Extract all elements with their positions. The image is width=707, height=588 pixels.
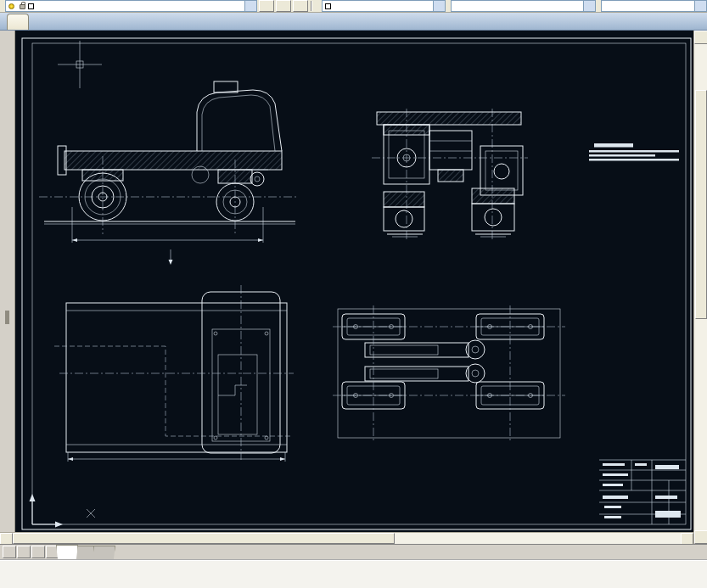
view-side-elevation bbox=[39, 81, 297, 265]
title-block bbox=[599, 460, 686, 524]
color-swatch bbox=[325, 3, 331, 9]
layer-previous-button[interactable] bbox=[293, 0, 308, 12]
first-tab-button[interactable] bbox=[3, 546, 16, 558]
vertical-scroll-thumb[interactable] bbox=[695, 90, 707, 319]
crosshair-cursor bbox=[58, 41, 102, 88]
document-tab[interactable] bbox=[7, 14, 29, 30]
vertical-scrollbar[interactable] bbox=[693, 31, 707, 544]
view-plan-drive bbox=[333, 305, 565, 441]
layer-lock-icon bbox=[20, 4, 25, 9]
left-dock-strip bbox=[0, 31, 15, 532]
notes-block bbox=[589, 143, 679, 161]
next-tab-button[interactable] bbox=[31, 546, 45, 558]
command-window bbox=[0, 559, 707, 588]
drawing-frame bbox=[22, 38, 691, 529]
dock-grip[interactable] bbox=[5, 311, 9, 324]
point-marker bbox=[87, 509, 95, 518]
scroll-right-button[interactable] bbox=[681, 533, 693, 545]
view-plan bbox=[54, 285, 294, 462]
layout-tab-bar bbox=[0, 544, 707, 559]
model-space-canvas[interactable] bbox=[0, 31, 693, 532]
horizontal-scroll-thumb[interactable] bbox=[13, 533, 395, 544]
command-input-spacer bbox=[3, 574, 15, 586]
chevron-down-icon[interactable] bbox=[433, 1, 445, 11]
linetype-dropdown[interactable] bbox=[451, 0, 597, 12]
properties-toolbar bbox=[0, 0, 707, 13]
chevron-down-icon[interactable] bbox=[244, 1, 256, 11]
view-section-bb bbox=[372, 109, 528, 239]
previous-tab-button[interactable] bbox=[17, 546, 31, 558]
scroll-down-button[interactable] bbox=[694, 530, 707, 544]
lineweight-dropdown[interactable] bbox=[601, 0, 707, 12]
horizontal-scrollbar[interactable] bbox=[0, 532, 693, 544]
chevron-down-icon[interactable] bbox=[583, 1, 595, 11]
chevron-down-icon[interactable] bbox=[694, 1, 706, 11]
scroll-left-button[interactable] bbox=[0, 533, 13, 545]
make-object-layer-current-button[interactable] bbox=[276, 0, 291, 12]
scroll-up-button[interactable] bbox=[694, 31, 707, 44]
autocad-window bbox=[0, 0, 707, 588]
tab-layout2[interactable] bbox=[93, 546, 115, 559]
toolbar-separator bbox=[311, 1, 312, 11]
tab-model[interactable] bbox=[56, 545, 78, 559]
tab-layout1[interactable] bbox=[75, 546, 97, 559]
layer-on-icon bbox=[8, 3, 14, 9]
layer-properties-button[interactable] bbox=[259, 0, 274, 12]
document-tab-bar bbox=[0, 13, 707, 31]
layer-color-swatch bbox=[28, 3, 34, 9]
command-input-line[interactable] bbox=[3, 574, 704, 587]
color-dropdown[interactable] bbox=[322, 0, 446, 12]
drawing-canvas[interactable] bbox=[0, 31, 693, 532]
layer-dropdown[interactable] bbox=[5, 0, 257, 12]
command-history-line bbox=[3, 562, 704, 574]
ucs-icon bbox=[30, 494, 64, 528]
